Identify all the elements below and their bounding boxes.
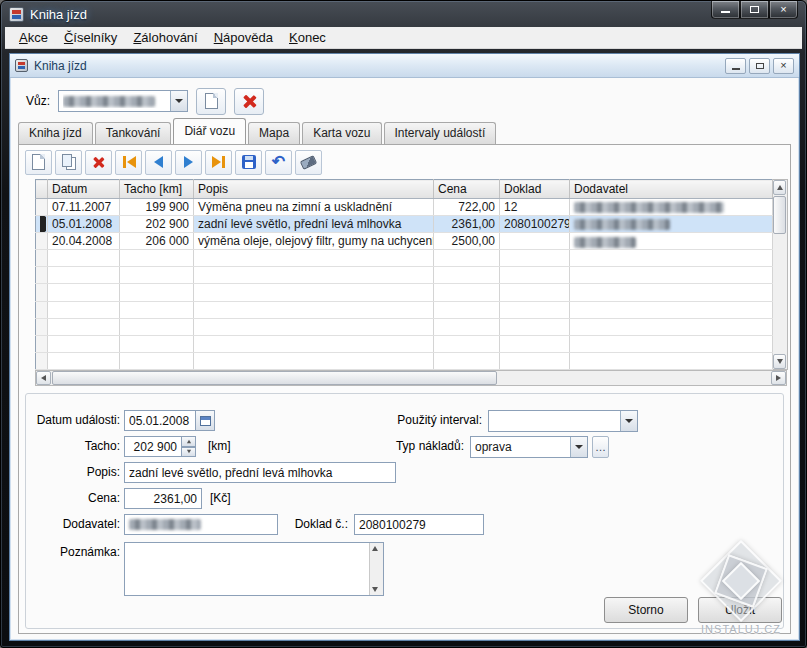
tab-strip: Kniha jízd Tankování Diář vozu Mapa Kart… <box>18 118 791 144</box>
child-title-bar[interactable]: Kniha jízd × <box>10 54 799 78</box>
document-number-field[interactable] <box>354 514 484 535</box>
close-button[interactable]: × <box>769 1 798 19</box>
undo-button[interactable]: ↶ <box>265 150 292 175</box>
grid-vertical-scrollbar[interactable] <box>773 179 788 370</box>
vehicle-combobox[interactable] <box>58 90 188 112</box>
table-row-empty <box>36 284 773 301</box>
storno-button[interactable]: Storno <box>604 597 688 623</box>
description-field[interactable] <box>124 462 396 483</box>
arrow-down-icon <box>372 587 378 592</box>
scroll-down-button[interactable] <box>773 354 786 369</box>
last-record-button[interactable] <box>205 150 232 175</box>
cell-doklad: 12 <box>500 199 570 216</box>
copy-document-icon <box>62 154 72 167</box>
scroll-right-button[interactable] <box>771 371 786 385</box>
table-row[interactable]: 07.11.2007 199 900 Výměna pneu na zimní … <box>36 199 773 216</box>
table-row-selected[interactable]: 05.01.2008 202 900 zadní levé světlo, př… <box>36 216 773 233</box>
event-date-field[interactable] <box>124 410 196 431</box>
cell-datum: 07.11.2007 <box>48 199 120 216</box>
interval-dropdown-button[interactable] <box>620 411 637 431</box>
maximize-button[interactable] <box>740 1 769 19</box>
child-minimize-button[interactable] <box>725 58 746 74</box>
horizontal-scroll-thumb[interactable] <box>52 371 497 385</box>
grid-header-datum[interactable]: Datum <box>48 180 120 199</box>
vehicle-row: Vůz: <box>26 86 264 116</box>
cost-type-edit-button[interactable]: … <box>592 436 609 458</box>
interval-combobox[interactable] <box>488 410 638 432</box>
menu-akce[interactable]: Akce <box>11 28 56 47</box>
grid-header-tacho[interactable]: Tacho [km] <box>120 180 194 199</box>
grid-header-cena[interactable]: Cena <box>434 180 500 199</box>
menu-konec[interactable]: Konec <box>281 28 334 47</box>
arrow-right-icon <box>776 375 781 381</box>
spinner-down-button[interactable] <box>182 447 196 458</box>
diary-grid: Datum Tacho [km] Popis Cena Doklad Dodav… <box>35 179 788 370</box>
first-record-icon <box>122 156 136 168</box>
tab-kniha-jizd[interactable]: Kniha jízd <box>18 122 93 144</box>
note-scrollbar[interactable] <box>369 543 383 595</box>
cell-tacho-editor[interactable]: 202 900 <box>120 216 194 233</box>
tacho-label: Tacho: <box>26 436 120 457</box>
new-record-button[interactable] <box>25 150 52 175</box>
minimize-icon <box>721 10 730 13</box>
save-disk-icon <box>242 155 256 169</box>
table-row-empty <box>36 335 773 352</box>
cost-type-dropdown-button[interactable] <box>570 437 587 457</box>
first-record-button[interactable] <box>115 150 142 175</box>
tab-karta-vozu[interactable]: Karta vozu <box>302 122 381 144</box>
price-field[interactable] <box>124 488 202 509</box>
vehicle-dropdown-button[interactable] <box>170 91 187 111</box>
delete-x-icon <box>92 156 105 169</box>
grid-header-dodavatel[interactable]: Dodavatel <box>570 180 773 199</box>
last-record-icon <box>212 156 226 168</box>
tab-intervaly-udalosti[interactable]: Intervaly událostí <box>384 122 497 144</box>
cell-dodavatel <box>570 199 773 216</box>
arrow-up-icon <box>777 185 783 190</box>
ulozit-button[interactable]: Uložit <box>698 597 782 623</box>
grid-header-doklad[interactable]: Doklad <box>500 180 570 199</box>
chevron-down-icon <box>175 99 183 103</box>
minimize-button[interactable] <box>711 1 740 19</box>
table-row[interactable]: 20.04.2008 206 000 výměna oleje, olejový… <box>36 233 773 250</box>
scroll-left-button[interactable] <box>36 371 51 385</box>
vertical-scroll-thumb[interactable] <box>773 196 786 234</box>
tab-tankovani[interactable]: Tankování <box>95 122 172 144</box>
tacho-field[interactable] <box>124 436 182 457</box>
tab-diar-vozu[interactable]: Diář vozu <box>173 118 246 144</box>
copy-record-button[interactable] <box>55 150 82 175</box>
save-record-button[interactable] <box>235 150 262 175</box>
table-row-empty <box>36 267 773 284</box>
child-close-button[interactable]: × <box>773 58 794 74</box>
window-title: Kniha jízd <box>30 7 87 22</box>
grid-horizontal-scrollbar[interactable] <box>35 370 787 386</box>
cell-doklad <box>500 233 570 250</box>
record-toolbar: ↶ <box>25 149 322 175</box>
tacho-spinner[interactable] <box>182 436 196 457</box>
spinner-up-button[interactable] <box>182 436 196 447</box>
menu-ciselniky[interactable]: Číselníky <box>56 28 125 47</box>
note-textarea[interactable] <box>125 543 383 595</box>
prev-record-icon <box>154 156 163 168</box>
child-restore-button[interactable] <box>749 58 770 74</box>
title-bar[interactable]: Kniha jízd × <box>1 1 806 27</box>
delete-record-button[interactable] <box>85 150 112 175</box>
delete-vehicle-record-button[interactable] <box>234 88 264 115</box>
price-label: Cena: <box>26 488 120 509</box>
row-indicator-icon <box>40 216 46 233</box>
date-picker-button[interactable] <box>196 410 215 431</box>
new-vehicle-record-button[interactable] <box>196 88 226 115</box>
cost-type-combobox[interactable]: oprava <box>470 436 588 458</box>
redacted-vehicle-name <box>63 96 155 107</box>
scroll-up-button[interactable] <box>773 180 786 195</box>
tab-mapa[interactable]: Mapa <box>248 122 300 144</box>
cell-datum: 20.04.2008 <box>48 233 120 250</box>
menu-napoveda[interactable]: Nápověda <box>206 28 281 47</box>
prev-record-button[interactable] <box>145 150 172 175</box>
grid-header-popis[interactable]: Popis <box>194 180 434 199</box>
menu-zalohovani[interactable]: Zálohování <box>125 28 205 47</box>
eraser-button[interactable] <box>295 150 322 175</box>
menu-bar: Akce Číselníky Zálohování Nápověda Konec <box>5 27 802 49</box>
redacted-supplier-value <box>129 519 201 530</box>
cell-popis: zadní levé světlo, přední levá mlhovka <box>194 216 434 233</box>
next-record-button[interactable] <box>175 150 202 175</box>
